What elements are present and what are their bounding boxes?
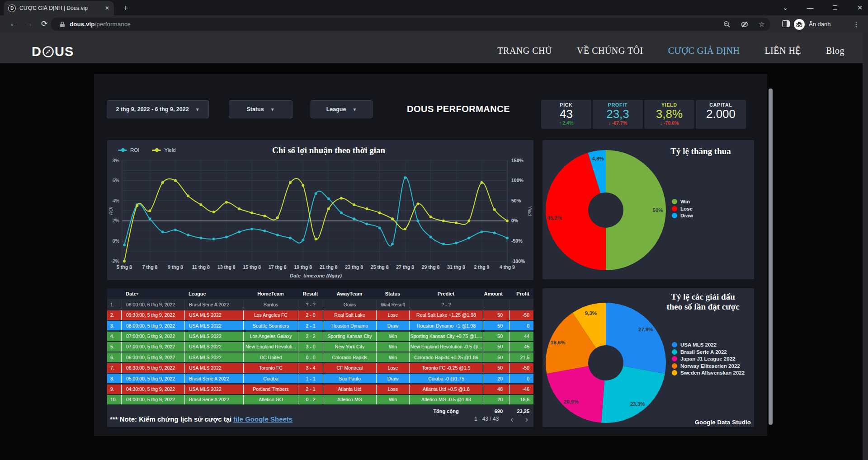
legend-item-japan-j1-league-2022[interactable]: Japan J1 League 2022: [672, 356, 745, 361]
cell-league: USA MLS 2022: [184, 385, 243, 394]
table-header-AwayTeam[interactable]: AwayTeam: [323, 288, 376, 299]
zoom-out-icon[interactable]: [723, 21, 731, 28]
table-header-Date[interactable]: Date ▾: [121, 288, 184, 299]
date-range-filter[interactable]: 2 thg 9, 2022 - 6 thg 9, 2022▼: [107, 100, 209, 118]
page-scrollbar[interactable]: [863, 33, 868, 460]
legend-item-lose[interactable]: Lose: [672, 206, 693, 211]
winrate-pie-title: Tỷ lệ thắng thua: [633, 146, 769, 156]
table-row[interactable]: 8.05:00:00, 5 thg 9, 2022Brasil Serie A …: [107, 374, 533, 383]
new-tab-button[interactable]: +: [120, 3, 131, 14]
nav-item-2[interactable]: VỀ CHÚNG TÔI: [577, 46, 643, 56]
table-header-Result[interactable]: Result: [298, 288, 323, 299]
legend-item-norway-eliteserien-2022[interactable]: Norway Eliteserien 2022: [672, 363, 745, 369]
svg-text:4 thg 9: 4 thg 9: [500, 264, 515, 270]
google-sheets-link[interactable]: file Google Sheets: [233, 415, 292, 423]
nav-item-4[interactable]: LIÊN HỆ: [764, 46, 801, 56]
cell-date: 06:00:00, 6 thg 9, 2022: [121, 300, 184, 309]
table-header-Amount[interactable]: Amount: [483, 288, 509, 299]
nav-item-5[interactable]: Blog: [826, 46, 844, 56]
cell-amount: 50: [483, 332, 509, 341]
scorecard-capital: CAPITAL2.000: [696, 100, 746, 129]
legend-item-yield[interactable]: Yield: [152, 147, 175, 153]
eye-off-icon[interactable]: [741, 21, 749, 28]
line-chart[interactable]: 8%6%4%2%0%-2%150%100%50%0%-50%-100%5 thg…: [107, 140, 533, 280]
table-row[interactable]: 3.08:00:00, 5 thg 9, 2022USA MLS 2022Sea…: [107, 321, 533, 330]
table-row[interactable]: 5.07:00:00, 5 thg 9, 2022USA MLS 2022New…: [107, 342, 533, 352]
cell-away-team: CF Montreal: [323, 363, 376, 373]
cell-amount: 50: [483, 363, 509, 373]
legend-item-brasil-serie-a-2022[interactable]: Brasil Serie A 2022: [672, 349, 745, 355]
nav-item-3[interactable]: CƯỢC GIẢ ĐỊNH: [668, 46, 740, 56]
table-header-Profit[interactable]: Profit: [509, 288, 533, 299]
window-close-button[interactable]: ✕: [854, 3, 866, 12]
embed-scrollbar-thumb[interactable]: [769, 89, 773, 425]
site-logo[interactable]: D US: [32, 42, 74, 61]
legend-dot: [672, 370, 677, 376]
cell-date: 07:00:00, 5 thg 9, 2022: [121, 342, 184, 352]
cell-amount: 50: [483, 352, 509, 362]
winrate-pie-chart[interactable]: 50%45,2%4,8%: [542, 140, 754, 279]
table-row[interactable]: 1.06:00:00, 6 thg 9, 2022Brasil Serie A …: [107, 300, 533, 309]
cell-result: ? - ?: [298, 300, 323, 309]
svg-text:7 thg 8: 7 thg 8: [142, 264, 158, 270]
back-button[interactable]: ←: [7, 18, 20, 30]
league-filter-label: League: [326, 106, 346, 113]
status-filter[interactable]: Status▼: [229, 100, 292, 118]
browser-menu-icon[interactable]: ⋮: [852, 18, 861, 30]
legend-dot: [672, 356, 677, 361]
cell-profit: -50: [509, 310, 533, 320]
reload-button[interactable]: ⟳: [38, 18, 51, 30]
pie-slice-usa-mls-2022[interactable]: [606, 303, 666, 374]
table-row[interactable]: 2.09:30:00, 5 thg 9, 2022USA MLS 2022Los…: [107, 310, 533, 320]
scorecard-value: 43: [541, 108, 591, 120]
cell-predict: Sporting Kansas City +0.75 @1....: [409, 332, 483, 341]
cell-result: 2 - 0: [298, 310, 323, 320]
pie-slice-japan-j1-league-2022[interactable]: [547, 366, 604, 423]
table-header-Status[interactable]: Status: [376, 288, 409, 299]
cell-result: 3 - 4: [298, 363, 323, 373]
line-chart-title: Chỉ số lợi nhuận theo thời gian: [211, 146, 446, 155]
table-row[interactable]: 7.06:30:00, 5 thg 9, 2022USA MLS 2022Tor…: [107, 363, 533, 373]
tab-close-icon[interactable]: ✕: [105, 5, 109, 11]
table-header-League[interactable]: League: [184, 288, 243, 299]
bookmark-star-icon[interactable]: ☆: [759, 20, 765, 28]
pie-slice-brasil-serie-a-2022[interactable]: [601, 366, 665, 423]
side-panel-icon[interactable]: [782, 20, 790, 27]
next-page-icon[interactable]: ›: [525, 415, 528, 423]
dashboard-embed: 2 thg 9, 2022 - 6 thg 9, 2022▼ Status▼ L…: [94, 74, 767, 436]
cell-status: Win: [376, 352, 409, 362]
address-bar[interactable]: dous.vip/performance ☆: [51, 18, 770, 31]
incognito-badge: Ẩn danh: [794, 18, 830, 30]
window-minimize-button[interactable]: —: [804, 3, 816, 12]
cell-row-num: 8.: [107, 374, 121, 383]
url-host: dous.vip: [70, 21, 95, 28]
prev-page-icon[interactable]: ‹: [510, 415, 513, 423]
legend-item-win[interactable]: Win: [672, 199, 693, 204]
cell-home-team: Portland Timbers: [243, 385, 298, 394]
browser-tab[interactable]: D CƯỢC GIẢ ĐỊNH | Dous.vip ✕: [4, 1, 114, 15]
scorecard-delta: [696, 120, 746, 126]
cell-status: Lose: [376, 385, 409, 394]
league-filter[interactable]: League▼: [311, 100, 373, 118]
url-text[interactable]: dous.vip/performance: [70, 21, 713, 28]
cell-status: Win: [376, 342, 409, 352]
nav-item-1[interactable]: TRANG CHỦ: [497, 46, 552, 56]
winrate-pie-panel: Tỷ lệ thắng thua 50%45,2%4,8% WinLoseDra…: [542, 140, 754, 279]
table-row[interactable]: 9.04:30:00, 5 thg 9, 2022USA MLS 2022Por…: [107, 385, 533, 394]
svg-text:Date_timezone (Ngày): Date_timezone (Ngày): [290, 273, 342, 278]
window-maximize-button[interactable]: [829, 3, 841, 12]
table-row[interactable]: 4.07:00:00, 5 thg 9, 2022USA MLS 2022Los…: [107, 332, 533, 341]
table-row[interactable]: 10.04:00:00, 5 thg 9, 2022Brasil Serie A…: [107, 395, 533, 404]
table-header-HomeTeam[interactable]: HomeTeam: [243, 288, 298, 299]
table-header-Predict[interactable]: Predict: [409, 288, 483, 299]
dashboard-title: DOUS PERFORMANCE: [384, 104, 533, 114]
forward-button[interactable]: →: [23, 18, 35, 30]
cell-row-num: 5.: [107, 342, 121, 352]
legend-item-usa-mls-2022[interactable]: USA MLS 2022: [672, 342, 745, 347]
tab-search-chevron-icon[interactable]: ⌄: [779, 3, 791, 12]
table-row[interactable]: 6.06:30:00, 5 thg 9, 2022USA MLS 2022DC …: [107, 352, 533, 362]
legend-item-sweden-allsvenskan-2022[interactable]: Sweden Allsvenskan 2022: [672, 370, 745, 376]
legend-item-draw[interactable]: Draw: [672, 213, 693, 218]
cell-predict: ? - ?: [409, 300, 483, 309]
legend-item-roi[interactable]: ROI: [118, 147, 139, 153]
